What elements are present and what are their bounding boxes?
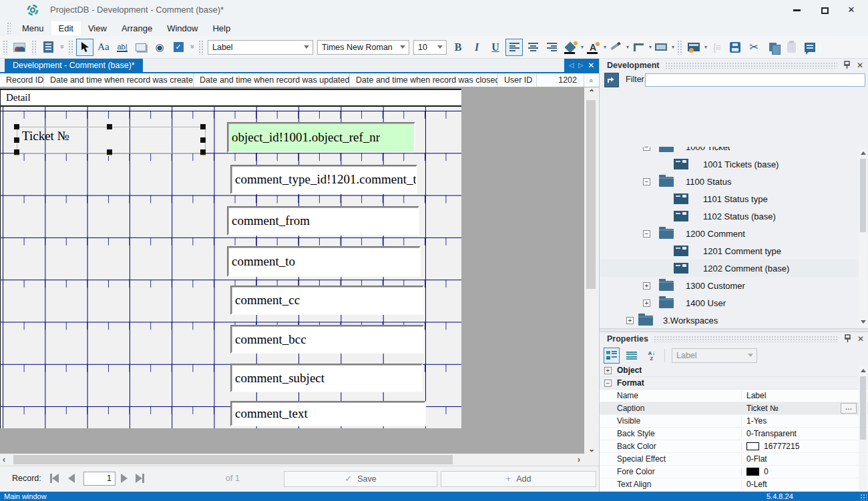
tree-item-1201-comment-type[interactable]: 1201 Comment type: [600, 242, 868, 260]
field-comment-subject[interactable]: comment_subject: [230, 364, 423, 392]
properties-scroll-thumb[interactable]: [860, 376, 866, 440]
selection-handle[interactable]: [14, 124, 19, 129]
column-header-1202[interactable]: 1202: [537, 73, 584, 87]
form-designer-canvas[interactable]: Detail Ticket № object_id!1001.object_re…: [0, 87, 584, 454]
form-settings-button[interactable]: [685, 39, 702, 56]
canvas-horizontal-scrollbar[interactable]: ‹ ›: [0, 454, 584, 466]
detail-section-header[interactable]: Detail: [1, 89, 461, 107]
property-row-back-color[interactable]: Back Color16777215: [600, 440, 868, 453]
first-record-button[interactable]: [50, 472, 59, 483]
field-comment-text[interactable]: comment_text: [230, 401, 426, 426]
maximize-button[interactable]: [813, 3, 836, 17]
property-category-format[interactable]: −Format: [600, 377, 868, 390]
expander-icon[interactable]: +: [626, 317, 634, 324]
tab-prev-button[interactable]: ◁: [569, 59, 574, 72]
alphabetic-view-button[interactable]: [624, 348, 640, 364]
column-header-closed[interactable]: Date and time when record was closed: [350, 73, 498, 87]
control-style-combo[interactable]: Label: [208, 40, 313, 55]
align-center-button[interactable]: [524, 39, 541, 56]
field-comment-type[interactable]: comment_type_id!1201.comment_type: [230, 165, 417, 194]
field-comment-cc[interactable]: comment_cc: [230, 286, 424, 315]
minimize-button[interactable]: [785, 3, 808, 17]
property-row-back-style[interactable]: Back Style0-Transparent: [600, 428, 868, 440]
tree-scroll-thumb[interactable]: [860, 159, 866, 232]
property-value[interactable]: 0-Flat: [742, 454, 868, 464]
record-number-input[interactable]: 1: [83, 472, 116, 486]
panel-close-icon[interactable]: ✕: [855, 334, 866, 344]
scroll-down-icon[interactable]: ⌄: [588, 444, 595, 454]
menu-item-menu[interactable]: Menu: [15, 21, 51, 35]
toolbar-drag-handle-icon[interactable]: [3, 40, 7, 55]
notes-button[interactable]: [801, 39, 819, 56]
italic-button[interactable]: I: [468, 39, 485, 56]
property-value[interactable]: 1-Yes: [742, 416, 868, 426]
menu-item-view[interactable]: View: [81, 21, 114, 35]
pin-icon[interactable]: [842, 334, 853, 344]
expander-icon[interactable]: +: [643, 300, 650, 307]
bold-button[interactable]: B: [449, 39, 467, 56]
property-row-caption[interactable]: CaptionTicket №...: [600, 402, 868, 415]
tree-item-1400-user[interactable]: +1400 User: [600, 294, 868, 312]
cut-button[interactable]: ✂: [745, 39, 763, 56]
expander-icon[interactable]: +: [643, 282, 650, 290]
previous-record-button[interactable]: [68, 472, 75, 483]
tab-close-button[interactable]: ✕: [588, 59, 594, 72]
categorized-view-button[interactable]: [604, 348, 620, 364]
column-header-updated[interactable]: Date and time when record was updated: [194, 73, 350, 87]
font-size-combo[interactable]: 10: [413, 40, 447, 55]
property-value[interactable]: Label: [742, 391, 868, 400]
line-color-button[interactable]: [607, 39, 624, 56]
border-corner-button[interactable]: [630, 39, 647, 56]
tree-item-1001-tickets-base[interactable]: 1001 Tickets (base): [600, 155, 868, 173]
object-selector-combo[interactable]: Label: [672, 348, 757, 363]
close-button[interactable]: ✕: [840, 3, 863, 17]
ticket-number-label[interactable]: Ticket №: [22, 129, 69, 143]
column-header-user-id[interactable]: User ID: [498, 73, 537, 87]
property-value[interactable]: 0-Left: [742, 480, 868, 489]
selection-handle[interactable]: [200, 149, 206, 156]
chevron-down-icon[interactable]: ▾: [704, 44, 707, 50]
scroll-up-icon[interactable]: [861, 151, 866, 155]
resize-grip-icon[interactable]: [860, 494, 867, 500]
tree-item-1000-ticket[interactable]: −1000 Ticket: [600, 147, 868, 155]
expander-icon[interactable]: −: [604, 380, 612, 387]
selection-handle[interactable]: [200, 124, 206, 129]
save-toolbar-button[interactable]: [726, 39, 744, 56]
property-row-visible[interactable]: Visible1-Yes: [600, 415, 868, 428]
label-tool-button[interactable]: Aa: [95, 39, 112, 56]
tree-item-1300-customer[interactable]: +1300 Customer: [600, 277, 868, 294]
font-color-button[interactable]: A: [584, 39, 602, 56]
panel-close-icon[interactable]: ✕: [855, 61, 865, 70]
align-right-button[interactable]: [543, 39, 560, 56]
fill-color-button[interactable]: [562, 39, 579, 56]
align-left-button[interactable]: [505, 39, 523, 56]
tree-item-workspaces[interactable]: +3.Workspaces: [600, 312, 868, 328]
button-tool-button[interactable]: [132, 39, 150, 56]
toolbar-overflow-icon[interactable]: «: [188, 43, 196, 51]
save-record-button[interactable]: ✓Save: [284, 471, 437, 487]
property-value[interactable]: 16777215: [742, 442, 868, 451]
image-tool-button[interactable]: [11, 39, 28, 56]
sort-az-button[interactable]: A↓Z: [644, 348, 660, 364]
radio-tool-button[interactable]: ◉: [151, 39, 168, 56]
field-object-ref-nr[interactable]: object_id!1001.object_ref_nr: [227, 122, 415, 153]
next-record-button[interactable]: [121, 472, 128, 483]
tab-next-button[interactable]: ▷: [578, 59, 584, 72]
pin-icon[interactable]: [841, 61, 852, 71]
field-comment-from[interactable]: comment_from: [227, 206, 419, 235]
expander-icon[interactable]: +: [604, 367, 612, 374]
property-category-object[interactable]: +Object: [600, 364, 868, 377]
vertical-scroll-thumb[interactable]: [586, 100, 596, 289]
column-expand-icon[interactable]: «: [584, 73, 599, 87]
chevron-down-icon[interactable]: ▾: [626, 44, 629, 50]
copy-layout-button[interactable]: [39, 39, 57, 56]
chevron-down-icon[interactable]: ▾: [649, 44, 652, 50]
tree-item-1102-status-base[interactable]: 1102 Status (base): [600, 207, 868, 225]
selection-handle[interactable]: [14, 137, 19, 143]
field-list-button[interactable]: {≡: [708, 39, 725, 56]
column-header-created[interactable]: Date and time when record was created: [44, 73, 194, 87]
menu-item-edit[interactable]: Edit: [51, 21, 81, 35]
scroll-up-icon[interactable]: [861, 369, 866, 372]
toolbar-drag-handle-icon[interactable]: [31, 40, 36, 55]
toolbar-overflow-icon[interactable]: «: [57, 43, 65, 51]
